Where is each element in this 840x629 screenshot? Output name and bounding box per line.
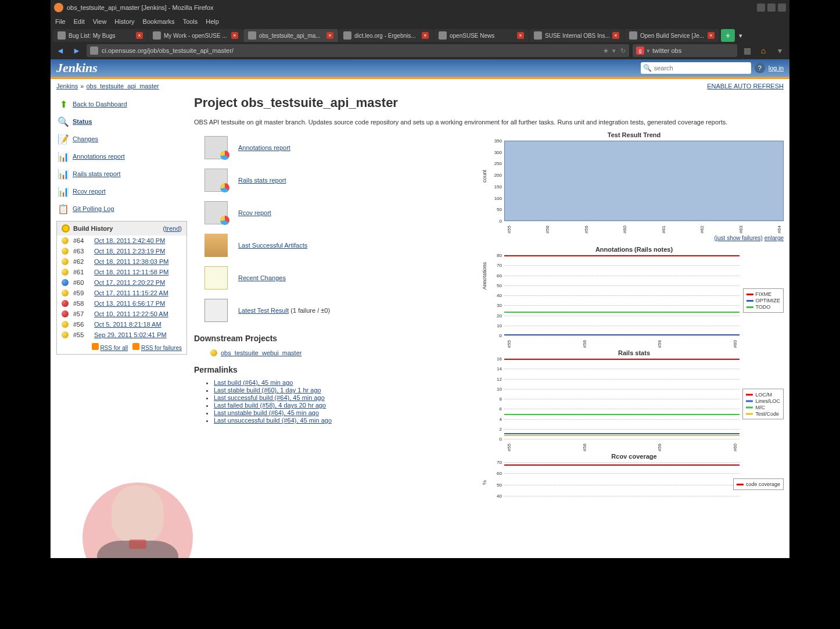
tab-close-icon[interactable]: × <box>231 32 238 39</box>
tab-close-icon[interactable]: × <box>326 32 333 39</box>
bookmark-star-icon[interactable]: ★ <box>603 47 609 55</box>
url-bar[interactable]: ci.opensuse.org/job/obs_testsuite_api_ma… <box>87 44 629 57</box>
menu-bookmarks[interactable]: Bookmarks <box>143 18 175 25</box>
rss-failures-link[interactable]: RSS for failures <box>141 345 182 351</box>
browser-tab[interactable]: openSUSE News× <box>434 29 529 42</box>
breadcrumb: Jenkins » obs_testsuite_api_master ENABL… <box>51 79 789 93</box>
search-dropdown-icon[interactable]: ▾ <box>647 47 650 55</box>
rss-all-link[interactable]: RSS for all <box>100 345 128 351</box>
annotations-report-row[interactable]: Annotations report <box>194 131 473 164</box>
tab-close-icon[interactable]: × <box>612 32 619 39</box>
feed-icon[interactable]: ▦ <box>741 44 753 57</box>
status-ball-icon <box>62 331 69 338</box>
permalink-link[interactable]: Last successful build (#64), 45 min ago <box>214 394 325 401</box>
permalink-link[interactable]: Last unsuccessful build (#64), 45 min ag… <box>214 417 332 424</box>
menu-file[interactable]: File <box>55 18 66 25</box>
chart-test-trend: count050100150200250300350#55#56#59#60#6… <box>484 140 784 233</box>
menu-history[interactable]: History <box>114 18 134 25</box>
browser-tab[interactable]: Open Build Service [Je...× <box>624 29 719 42</box>
menu-dropdown-icon[interactable]: ▾ <box>773 44 786 57</box>
test-result-row[interactable]: Latest Test Result (1 failure / ±0) <box>194 294 473 327</box>
jenkins-search[interactable]: 🔍 <box>641 62 751 74</box>
sidebar-rcov[interactable]: 📊 Rcov report <box>56 183 187 200</box>
build-history-row[interactable]: #59Oct 17, 2011 11:15:22 AM <box>57 288 186 298</box>
status-ball-icon <box>62 310 69 317</box>
tab-close-icon[interactable]: × <box>422 32 429 39</box>
tabs-dropdown-icon[interactable]: ▾ <box>735 29 746 42</box>
home-icon[interactable]: ⌂ <box>757 44 770 57</box>
sidebar-rails-stats[interactable]: 📊 Rails stats report <box>56 165 187 183</box>
browser-tab[interactable]: SUSE Internal OBS Ins...× <box>529 29 624 42</box>
build-history-row[interactable]: #57Oct 10, 2011 12:22:50 AM <box>57 309 186 319</box>
browser-tab[interactable]: Bug List: My Bugs× <box>53 29 148 42</box>
artifacts-row[interactable]: Last Successful Artifacts <box>194 229 473 262</box>
rcov-report-link: Rcov report <box>238 209 271 216</box>
build-history-row[interactable]: #58Oct 13, 2011 6:56:17 PM <box>57 298 186 309</box>
build-history-row[interactable]: #62Oct 18, 2011 12:38:03 PM <box>57 256 186 267</box>
sidebar-changes[interactable]: 📝 Changes <box>56 130 187 148</box>
status-ball-icon <box>62 279 69 286</box>
recent-changes-row[interactable]: Recent Changes <box>194 262 473 294</box>
permalink-link[interactable]: Last unstable build (#64), 45 min ago <box>214 409 319 416</box>
enlarge-link[interactable]: enlarge <box>764 235 784 241</box>
help-icon[interactable]: ? <box>755 63 765 73</box>
permalink-link[interactable]: Last failed build (#58), 4 days 20 hr ag… <box>214 402 326 409</box>
browser-tab[interactable]: dict.leo.org - Ergebnis...× <box>339 29 433 42</box>
back-button[interactable]: ◄ <box>54 44 67 57</box>
rcov-report-row[interactable]: Rcov report <box>194 196 473 229</box>
build-date-link: Oct 18, 2011 2:42:40 PM <box>94 237 165 244</box>
status-ball-icon <box>62 258 69 265</box>
tab-close-icon[interactable]: × <box>517 32 524 39</box>
breadcrumb-root[interactable]: Jenkins <box>56 83 78 90</box>
jenkins-logo[interactable]: Jenkins <box>56 60 98 76</box>
minimize-button[interactable] <box>757 3 765 12</box>
menu-tools[interactable]: Tools <box>183 18 198 25</box>
new-tab-button[interactable]: + <box>721 29 735 42</box>
login-link[interactable]: log in <box>769 65 784 72</box>
menu-edit[interactable]: Edit <box>74 18 85 25</box>
rails-stats-row[interactable]: Rails stats report <box>194 164 473 196</box>
build-history-row[interactable]: #60Oct 17, 2011 2:20:22 PM <box>57 277 186 288</box>
build-history-row[interactable]: #55Sep 29, 2011 5:02:41 PM <box>57 330 186 340</box>
clipboard-icon: 📋 <box>58 203 69 215</box>
chart-legend: LOC/MLines/LOCM/CTest/Code <box>742 389 784 420</box>
build-history-row[interactable]: #64Oct 18, 2011 2:42:40 PM <box>57 235 186 246</box>
tab-close-icon[interactable]: × <box>708 32 715 39</box>
clipboard-icon <box>204 299 228 322</box>
reload-icon[interactable]: ↻ <box>620 47 626 55</box>
permalink-item: Last stable build (#60), 1 day 1 hr ago <box>214 387 473 394</box>
downstream-item[interactable]: obs_testsuite_webui_master <box>194 348 473 358</box>
tab-label: My Work - openSUSE ... <box>164 33 227 39</box>
forward-button[interactable]: ► <box>70 44 83 57</box>
browser-tab[interactable]: My Work - openSUSE ...× <box>148 29 243 42</box>
build-history-row[interactable]: #56Oct 5, 2011 8:21:18 AM <box>57 319 186 330</box>
sidebar-annotations[interactable]: 📊 Annotations report <box>56 148 187 165</box>
maximize-button[interactable] <box>767 3 776 12</box>
tab-close-icon[interactable]: × <box>136 32 143 39</box>
search-value: twitter obs <box>652 47 681 54</box>
sidebar-git-polling[interactable]: 📋 Git Polling Log <box>56 200 187 217</box>
main-left-column: Annotations report Rails stats report Rc… <box>194 131 473 510</box>
auto-refresh-link[interactable]: ENABLE AUTO REFRESH <box>707 83 784 90</box>
close-window-button[interactable] <box>778 3 786 12</box>
status-ball-icon <box>62 300 69 307</box>
trend-link[interactable]: trend <box>165 225 180 232</box>
build-history-row[interactable]: #63Oct 18, 2011 2:23:19 PM <box>57 246 186 256</box>
url-dropdown-icon[interactable]: ▾ <box>612 47 616 55</box>
permalink-link[interactable]: Last build (#64), 45 min ago <box>214 379 293 386</box>
breadcrumb-job[interactable]: obs_testsuite_api_master <box>86 83 159 90</box>
menu-help[interactable]: Help <box>206 18 219 25</box>
permalink-link[interactable]: Last stable build (#60), 1 day 1 hr ago <box>214 387 321 394</box>
menu-view[interactable]: View <box>93 18 107 25</box>
browser-search-bar[interactable]: g ▾ twitter obs <box>633 44 737 57</box>
browser-tab[interactable]: obs_testsuite_api_ma...× <box>243 29 338 42</box>
sidebar-back[interactable]: ⬆ Back to Dashboard <box>56 95 187 113</box>
show-failures-link[interactable]: (just show failures) <box>715 235 763 241</box>
build-history-row[interactable]: #61Oct 18, 2011 12:11:58 PM <box>57 267 186 277</box>
chart-xticks: #55#56#59#60 <box>504 444 740 449</box>
build-number: #58 <box>73 300 89 307</box>
sidebar-status[interactable]: 🔍 Status <box>56 113 187 130</box>
page-title: Project obs_testsuite_api_master <box>194 95 784 110</box>
search-input[interactable] <box>654 65 749 72</box>
status-ball-icon <box>62 290 69 296</box>
